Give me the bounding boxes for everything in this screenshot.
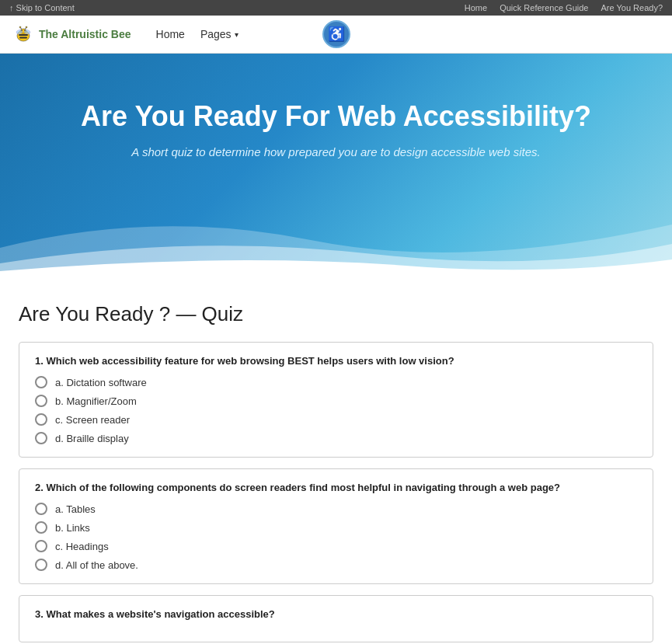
- question-2-option-d: d. All of the above.: [35, 559, 637, 571]
- top-nav-ready[interactable]: Are You Ready?: [601, 3, 663, 12]
- top-bar: ↑ Skip to Content Home Quick Reference G…: [0, 0, 672, 16]
- nav-pages-dropdown[interactable]: Pages ▾: [200, 28, 239, 40]
- question-1-option-d: d. Braille display: [35, 432, 637, 444]
- radio-1b[interactable]: [35, 395, 47, 407]
- radio-1d[interactable]: [35, 432, 47, 444]
- svg-rect-2: [19, 34, 28, 36]
- main-content: Are You Ready ? — Quiz 1. Which web acce…: [0, 279, 672, 644]
- radio-2b[interactable]: [35, 521, 47, 534]
- option-1b-label: b. Magnifier/Zoom: [55, 395, 137, 407]
- question-1-text: 1. Which web accessibility feature for w…: [35, 355, 637, 367]
- accessibility-icon[interactable]: ♿: [322, 20, 350, 48]
- nav-pages-label: Pages: [200, 28, 232, 40]
- option-2b-label: b. Links: [55, 522, 90, 534]
- option-1a-label: a. Dictation software: [55, 377, 147, 388]
- top-nav: Home Quick Reference Guide Are You Ready…: [465, 3, 663, 12]
- question-1-option-c: c. Screen reader: [35, 413, 637, 426]
- nav-home-link[interactable]: Home: [156, 28, 185, 40]
- chevron-down-icon: ▾: [235, 30, 239, 39]
- svg-rect-3: [19, 37, 27, 39]
- option-2c-label: c. Headings: [55, 541, 109, 552]
- skip-to-content-link[interactable]: ↑ Skip to Content: [9, 3, 75, 12]
- svg-point-11: [19, 26, 21, 28]
- skip-link[interactable]: ↑ Skip to Content: [9, 3, 75, 12]
- svg-point-7: [21, 30, 23, 32]
- svg-point-12: [26, 26, 27, 28]
- question-2-option-a: a. Tables: [35, 503, 637, 515]
- top-nav-quick-ref[interactable]: Quick Reference Guide: [500, 3, 588, 12]
- main-nav: The Altruistic Bee ♿ Home Pages ▾: [0, 16, 672, 54]
- logo[interactable]: The Altruistic Bee: [12, 23, 131, 45]
- radio-2a[interactable]: [35, 503, 47, 515]
- quiz-title: Are You Ready ? — Quiz: [19, 302, 653, 326]
- radio-2d[interactable]: [35, 559, 47, 571]
- option-2a-label: a. Tables: [55, 503, 96, 515]
- logo-text: The Altruistic Bee: [39, 28, 131, 40]
- question-2-text: 2. Which of the following components do …: [35, 482, 637, 493]
- question-2-block: 2. Which of the following components do …: [19, 468, 653, 584]
- question-1-option-b: b. Magnifier/Zoom: [35, 395, 637, 407]
- option-1c-label: c. Screen reader: [55, 414, 130, 426]
- option-1d-label: d. Braille display: [55, 433, 129, 444]
- hero-title: Are You Ready For Web Accessibility?: [16, 100, 656, 133]
- nav-links: Home Pages ▾: [156, 28, 239, 40]
- svg-point-8: [24, 30, 26, 32]
- bee-icon: [12, 23, 34, 45]
- top-nav-home[interactable]: Home: [465, 3, 487, 12]
- radio-1a[interactable]: [35, 376, 47, 388]
- hero-section: Are You Ready For Web Accessibility? A s…: [0, 54, 672, 279]
- radio-1c[interactable]: [35, 413, 47, 426]
- question-1-block: 1. Which web accessibility feature for w…: [19, 342, 653, 458]
- hero-subtitle: A short quiz to determine how prepared y…: [16, 145, 656, 158]
- question-3-text: 3. What makes a website's navigation acc…: [35, 608, 637, 620]
- question-2-option-c: c. Headings: [35, 540, 637, 552]
- hero-wave: [0, 201, 672, 279]
- radio-2c[interactable]: [35, 540, 47, 552]
- option-2d-label: d. All of the above.: [55, 559, 138, 571]
- question-1-option-a: a. Dictation software: [35, 376, 637, 388]
- question-3-block: 3. What makes a website's navigation acc…: [19, 595, 653, 642]
- question-2-option-b: b. Links: [35, 521, 637, 534]
